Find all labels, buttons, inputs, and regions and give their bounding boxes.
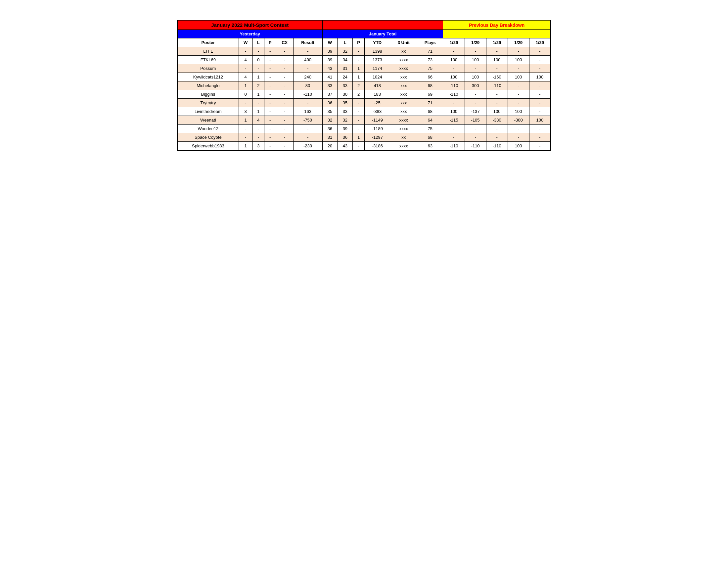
cell-p2: - — [353, 107, 365, 116]
col-cx: CX — [276, 38, 293, 47]
cell-d1: -115 — [443, 116, 465, 124]
cell-p1: - — [264, 56, 276, 64]
cell-p1: - — [264, 90, 276, 99]
cell-ytd: -1189 — [365, 124, 390, 133]
contest-table: January 2022 Mult-Sport Contest Previous… — [177, 20, 551, 151]
cell-l1: 1 — [252, 90, 264, 99]
cell-w2: 37 — [322, 90, 338, 99]
cell-w2: 43 — [322, 64, 338, 73]
cell-w1: 1 — [239, 81, 252, 90]
cell-cx: - — [276, 47, 293, 56]
cell-ytd: 1398 — [365, 47, 390, 56]
cell-w1: - — [239, 64, 252, 73]
cell-p2: - — [353, 116, 365, 124]
cell-d2: - — [465, 124, 486, 133]
cell-result: - — [293, 47, 322, 56]
cell-p1: - — [264, 73, 276, 81]
cell-d1: - — [443, 133, 465, 142]
cell-plays: 73 — [417, 56, 443, 64]
cell-w1: - — [239, 47, 252, 56]
cell-d2: - — [465, 133, 486, 142]
cell-w1: - — [239, 124, 252, 133]
col-d5: 1/29 — [529, 38, 551, 47]
cell-p2: 1 — [353, 73, 365, 81]
cell-three_unit: xxxx — [390, 64, 417, 73]
january-total-header: January Total — [322, 30, 443, 38]
cell-p2: 1 — [353, 64, 365, 73]
cell-d1: -110 — [443, 90, 465, 99]
cell-d2: 100 — [465, 73, 486, 81]
cell-w2: 36 — [322, 99, 338, 107]
cell-d4: - — [508, 47, 529, 56]
cell-d3: - — [486, 124, 508, 133]
table-row: Possum-----433111174xxxx75----- — [177, 64, 551, 73]
cell-d5: - — [529, 90, 551, 99]
cell-d4: -300 — [508, 116, 529, 124]
cell-l1: 4 — [252, 116, 264, 124]
col-w2: W — [322, 38, 338, 47]
cell-l1: - — [252, 99, 264, 107]
cell-ytd: -383 — [365, 107, 390, 116]
cell-three_unit: xxxx — [390, 124, 417, 133]
cell-p1: - — [264, 142, 276, 151]
cell-l2: 33 — [338, 107, 353, 116]
cell-d5: - — [529, 142, 551, 151]
cell-l2: 24 — [338, 73, 353, 81]
cell-d3: 100 — [486, 56, 508, 64]
cell-result: -110 — [293, 90, 322, 99]
cell-result: 80 — [293, 81, 322, 90]
cell-three_unit: xxx — [390, 81, 417, 90]
table-row: Spiderwebb198313---2302043--3186xxxx63-1… — [177, 142, 551, 151]
col-l2: L — [338, 38, 353, 47]
cell-cx: - — [276, 56, 293, 64]
cell-l2: 30 — [338, 90, 353, 99]
cell-w1: - — [239, 99, 252, 107]
cell-d5: - — [529, 81, 551, 90]
cell-l1: 3 — [252, 142, 264, 151]
cell-p2: - — [353, 124, 365, 133]
cell-result: 240 — [293, 73, 322, 81]
cell-d1: - — [443, 64, 465, 73]
cell-d5: - — [529, 124, 551, 133]
cell-d1: -110 — [443, 142, 465, 151]
cell-w1: 3 — [239, 107, 252, 116]
cell-d5: 100 — [529, 116, 551, 124]
cell-w1: 1 — [239, 116, 252, 124]
cell-result: -230 — [293, 142, 322, 151]
cell-l1: 2 — [252, 81, 264, 90]
cell-w1: 1 — [239, 142, 252, 151]
cell-d5: 100 — [529, 73, 551, 81]
prev-day-subheader — [443, 30, 551, 38]
col-p1: P — [264, 38, 276, 47]
cell-w1: 4 — [239, 73, 252, 81]
cell-d4: - — [508, 81, 529, 90]
table-row: Space Coyote-----31361-1297xx68----- — [177, 133, 551, 142]
cell-plays: 68 — [417, 107, 443, 116]
cell-three_unit: xxxx — [390, 142, 417, 151]
cell-p1: - — [264, 47, 276, 56]
cell-three_unit: xxxx — [390, 116, 417, 124]
cell-p1: - — [264, 81, 276, 90]
cell-cx: - — [276, 99, 293, 107]
cell-plays: 68 — [417, 81, 443, 90]
cell-cx: - — [276, 64, 293, 73]
cell-d5: - — [529, 56, 551, 64]
cell-ytd: -1297 — [365, 133, 390, 142]
cell-d5: - — [529, 47, 551, 56]
col-w1: W — [239, 38, 252, 47]
cell-w2: 39 — [322, 47, 338, 56]
cell-l2: 35 — [338, 99, 353, 107]
cell-l2: 31 — [338, 64, 353, 73]
cell-poster: FTKL69 — [177, 56, 239, 64]
cell-ytd: -25 — [365, 99, 390, 107]
cell-d4: - — [508, 64, 529, 73]
cell-p1: - — [264, 116, 276, 124]
table-row: Kywildcats121241--240412411024xxx6610010… — [177, 73, 551, 81]
cell-poster: Spiderwebb1983 — [177, 142, 239, 151]
cell-d4: - — [508, 124, 529, 133]
title-cell: January 2022 Mult-Sport Contest — [177, 20, 322, 30]
cell-plays: 66 — [417, 73, 443, 81]
cell-d2: -110 — [465, 142, 486, 151]
cell-d3: -160 — [486, 73, 508, 81]
cell-p2: - — [353, 99, 365, 107]
